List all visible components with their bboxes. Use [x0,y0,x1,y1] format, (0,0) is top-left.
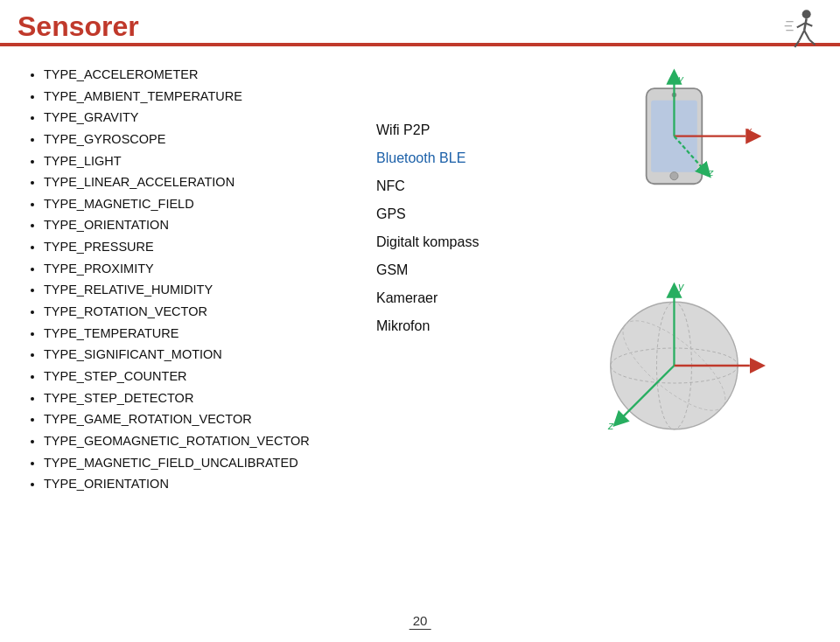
svg-line-2 [797,23,805,27]
svg-text:z: z [708,166,714,178]
list-item: TYPE_ORIENTATION [44,473,359,495]
connectivity-microphone: Mikrofon [376,312,516,340]
list-item: TYPE_LIGHT [44,150,359,172]
list-item: TYPE_GRAVITY [44,107,359,129]
list-item: TYPE_MAGNETIC_FIELD [44,193,359,215]
connectivity-nfc: NFC [376,172,516,200]
list-item: TYPE_GAME_ROTATION_VECTOR [44,408,359,430]
list-item: TYPE_AMBIENT_TEMPERATURE [44,86,359,108]
person-icon [779,7,822,51]
list-item: TYPE_MAGNETIC_FIELD_UNCALIBRATED [44,452,359,474]
list-item: TYPE_ORIENTATION [44,214,359,236]
page-number: 20 [410,613,431,630]
list-item: TYPE_STEP_DETECTOR [44,387,359,409]
svg-point-0 [802,10,811,18]
svg-text:y: y [677,280,684,293]
connectivity-wifi: Wifi P2P [376,116,516,144]
sensor-items: TYPE_ACCELEROMETER TYPE_AMBIENT_TEMPERAT… [26,64,359,495]
svg-text:x: x [746,124,752,136]
list-item: TYPE_STEP_COUNTER [44,366,359,387]
sphere-axes-diagram: y x z [591,265,766,466]
list-item: TYPE_LINEAR_ACCELERATION [44,171,359,193]
connectivity-compass: Digitalt kompass [376,228,516,256]
list-item: TYPE_RELATIVE_HUMIDITY [44,279,359,301]
svg-line-1 [804,18,807,30]
list-item: TYPE_GYROSCOPE [44,129,359,150]
diagrams: y x z [534,64,822,495]
list-item: TYPE_GEOMAGNETIC_ROTATION_VECTOR [44,430,359,452]
list-item: TYPE_TEMPERATURE [44,323,359,345]
svg-line-7 [809,40,816,45]
list-item: TYPE_SIGNIFICANT_MOTION [44,344,359,366]
phone-axes-diagram: y x z [591,64,766,256]
list-item: TYPE_ROTATION_VECTOR [44,301,359,323]
list-item: TYPE_ACCELEROMETER [44,64,359,86]
connectivity-bluetooth: Bluetooth BLE [376,144,516,172]
svg-line-6 [804,31,809,40]
svg-text:y: y [677,73,684,85]
list-item: TYPE_PRESSURE [44,236,359,258]
sensor-list: TYPE_ACCELEROMETER TYPE_AMBIENT_TEMPERAT… [26,64,359,495]
connectivity-list: Wifi P2P Bluetooth BLE NFC GPS Digitalt … [376,64,516,495]
page-title: Sensorer [18,10,139,42]
svg-point-14 [670,172,678,180]
header: Sensorer [0,0,840,46]
svg-text:z: z [607,419,614,432]
main-content: TYPE_ACCELEROMETER TYPE_AMBIENT_TEMPERAT… [0,46,840,504]
list-item: TYPE_PROXIMITY [44,258,359,280]
connectivity-camera: Kameraer [376,284,516,312]
connectivity-gps: GPS [376,200,516,228]
svg-text:x: x [751,359,758,372]
connectivity-gsm: GSM [376,256,516,284]
svg-line-5 [794,40,799,47]
svg-line-4 [799,31,804,41]
